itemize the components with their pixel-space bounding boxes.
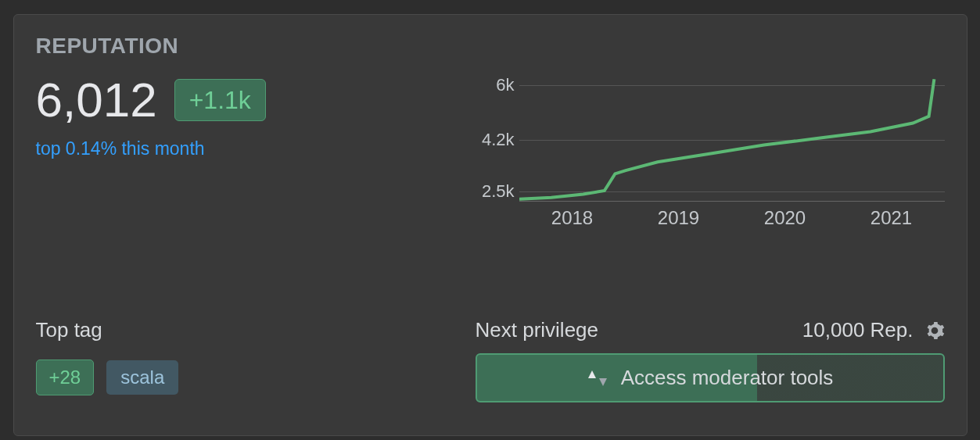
next-privilege-button[interactable]: Access moderator tools (476, 353, 945, 402)
reputation-summary: 6,012 +1.1k top 0.14% this month (36, 76, 458, 159)
top-tag-heading: Top tag (36, 318, 179, 342)
next-privilege-header: Next privilege 10,000 Rep. (476, 318, 945, 342)
chart-area: 6k 4.2k 2.5k 2018 2019 2020 2021 (476, 76, 945, 232)
gear-icon[interactable] (924, 320, 945, 341)
spacer (36, 232, 945, 318)
next-privilege-block: Next privilege 10,000 Rep. Access modera… (476, 318, 945, 402)
reputation-line (519, 79, 934, 199)
x-axis-labels: 2018 2019 2020 2021 (519, 207, 945, 229)
next-privilege-target: 10,000 Rep. (802, 318, 914, 342)
next-privilege-target-wrap: 10,000 Rep. (802, 318, 945, 342)
x-axis (519, 201, 945, 202)
rank-link[interactable]: top 0.14% this month (36, 138, 205, 159)
y-tick-label: 2.5k (472, 181, 515, 202)
reputation-score-row: 6,012 +1.1k (36, 76, 458, 124)
bottom-row: Top tag +28 scala Next privilege 10,000 … (36, 318, 945, 402)
section-heading: REPUTATION (36, 34, 945, 59)
x-tick-label: 2020 (732, 207, 838, 229)
top-tag-block: Top tag +28 scala (36, 318, 179, 395)
up-down-arrows-icon (587, 369, 608, 388)
line-plot (519, 76, 945, 201)
reputation-chart[interactable]: 6k 4.2k 2.5k 2018 2019 2020 2021 (476, 76, 945, 232)
x-tick-label: 2018 (519, 207, 626, 229)
top-tag-chip[interactable]: scala (106, 360, 178, 395)
top-tag-score-badge: +28 (36, 360, 95, 395)
top-tag-row: +28 scala (36, 360, 179, 395)
x-tick-label: 2019 (626, 207, 732, 229)
reputation-delta-badge: +1.1k (174, 79, 266, 121)
reputation-panel: REPUTATION 6,012 +1.1k top 0.14% this mo… (13, 14, 967, 436)
reputation-score: 6,012 (36, 76, 157, 124)
next-privilege-heading: Next privilege (476, 318, 599, 342)
top-row: 6,012 +1.1k top 0.14% this month 6k 4.2k… (36, 76, 945, 232)
y-tick-label: 6k (472, 75, 515, 95)
y-tick-label: 4.2k (472, 130, 515, 150)
x-tick-label: 2021 (838, 207, 945, 229)
next-privilege-label: Access moderator tools (621, 366, 834, 390)
